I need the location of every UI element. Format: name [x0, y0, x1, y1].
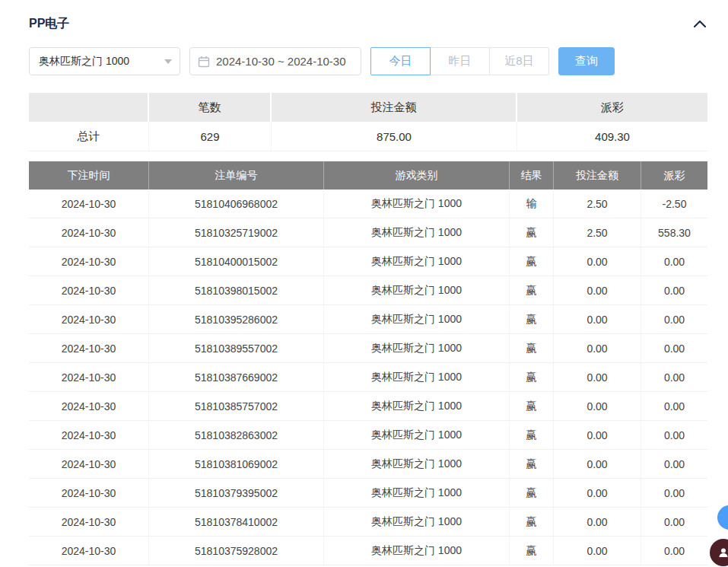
cell-bet-time: 2024-10-30	[29, 247, 149, 276]
summary-table: 笔数 投注金额 派彩 总计 629 875.00 409.30	[29, 93, 707, 151]
calendar-icon	[198, 56, 210, 68]
cell-game-type: 奥林匹斯之门 1000	[324, 392, 510, 420]
cell-bet-amount: 0.00	[554, 450, 641, 478]
cell-bet-amount: 0.00	[554, 537, 641, 565]
cell-bet-time: 2024-10-30	[29, 508, 149, 536]
cell-bet-id: 51810398015002	[149, 276, 324, 304]
cell-result: 赢	[510, 363, 554, 391]
summary-header-blank	[29, 93, 149, 122]
summary-header-count: 笔数	[149, 93, 272, 122]
cell-bet-amount: 0.00	[554, 305, 641, 333]
cell-result: 赢	[510, 305, 554, 333]
detail-table: 下注时间 注单编号 游戏类别 结果 投注金额 派彩 2024-10-30 518…	[29, 161, 707, 565]
header-result: 结果	[510, 161, 554, 190]
cell-result: 赢	[510, 421, 554, 449]
header-game-type: 游戏类别	[324, 161, 510, 190]
cell-payout: 0.00	[641, 537, 707, 565]
game-select[interactable]: 奥林匹斯之门 1000	[29, 47, 180, 75]
customer-service-icon	[717, 546, 728, 559]
table-row: 2024-10-30 51810395286002 奥林匹斯之门 1000 赢 …	[29, 305, 707, 334]
cell-result: 赢	[510, 508, 554, 536]
panel-header: PP电子	[29, 0, 707, 33]
cell-game-type: 奥林匹斯之门 1000	[324, 508, 510, 536]
cell-bet-id: 51810325719002	[149, 218, 324, 247]
cell-bet-id: 51810387669002	[149, 363, 324, 391]
cell-result: 赢	[510, 450, 554, 478]
cell-bet-time: 2024-10-30	[29, 450, 149, 478]
table-row: 2024-10-30 51810406968002 奥林匹斯之门 1000 输 …	[29, 190, 707, 218]
table-row: 2024-10-30 51810375928002 奥林匹斯之门 1000 赢 …	[29, 537, 707, 565]
cell-bet-id: 51810381069002	[149, 450, 324, 478]
page-title: PP电子	[29, 16, 69, 32]
chevron-up-icon[interactable]	[692, 16, 707, 31]
cell-bet-time: 2024-10-30	[29, 537, 149, 565]
cell-bet-id: 51810395286002	[149, 305, 324, 333]
cell-bet-id: 51810375928002	[149, 537, 324, 565]
cell-bet-time: 2024-10-30	[29, 276, 149, 304]
today-button[interactable]: 今日	[370, 47, 431, 75]
cell-bet-id: 51810406968002	[149, 190, 324, 218]
cell-bet-amount: 0.00	[554, 363, 641, 391]
table-row: 2024-10-30 51810389557002 奥林匹斯之门 1000 赢 …	[29, 334, 707, 363]
cell-game-type: 奥林匹斯之门 1000	[324, 363, 510, 391]
floating-chat-button[interactable]	[717, 505, 728, 530]
query-button[interactable]: 查询	[558, 47, 615, 75]
table-row: 2024-10-30 51810385757002 奥林匹斯之门 1000 赢 …	[29, 392, 707, 421]
cell-game-type: 奥林匹斯之门 1000	[324, 247, 510, 276]
chevron-down-icon	[164, 59, 172, 64]
cell-bet-amount: 0.00	[554, 508, 641, 536]
table-row: 2024-10-30 51810325719002 奥林匹斯之门 1000 赢 …	[29, 218, 707, 247]
summary-header-bet-amount: 投注金额	[272, 93, 517, 122]
cell-payout: 0.00	[641, 363, 707, 391]
cell-bet-time: 2024-10-30	[29, 479, 149, 507]
detail-header-row: 下注时间 注单编号 游戏类别 结果 投注金额 派彩	[29, 161, 707, 190]
quick-range-group: 今日 昨日 近8日	[370, 47, 549, 75]
table-row: 2024-10-30 51810378410002 奥林匹斯之门 1000 赢 …	[29, 508, 707, 537]
cell-bet-amount: 0.00	[554, 276, 641, 304]
cell-game-type: 奥林匹斯之门 1000	[324, 421, 510, 449]
summary-total-row: 总计 629 875.00 409.30	[29, 122, 707, 151]
cell-game-type: 奥林匹斯之门 1000	[324, 537, 510, 565]
cell-bet-id: 51810400015002	[149, 247, 324, 276]
cell-bet-time: 2024-10-30	[29, 190, 149, 218]
cell-bet-time: 2024-10-30	[29, 305, 149, 333]
cell-bet-id: 51810382863002	[149, 421, 324, 449]
table-row: 2024-10-30 51810398015002 奥林匹斯之门 1000 赢 …	[29, 276, 707, 305]
yesterday-button[interactable]: 昨日	[430, 47, 490, 75]
cell-payout: 0.00	[641, 450, 707, 478]
cell-result: 赢	[510, 218, 554, 247]
table-row: 2024-10-30 51810379395002 奥林匹斯之门 1000 赢 …	[29, 479, 707, 508]
header-bet-id: 注单编号	[149, 161, 324, 190]
cell-payout: 0.00	[641, 421, 707, 449]
pp-games-panel: PP电子 奥林匹斯之门 1000 2024-10-30 ~ 2024-10-30	[29, 0, 707, 565]
cell-game-type: 奥林匹斯之门 1000	[324, 479, 510, 507]
floating-customer-service-button[interactable]	[710, 539, 728, 566]
cell-payout: 0.00	[641, 508, 707, 536]
summary-header-payout: 派彩	[517, 93, 707, 122]
cell-payout: 0.00	[641, 247, 707, 276]
cell-result: 赢	[510, 276, 554, 304]
header-bet-amount: 投注金额	[554, 161, 641, 190]
cell-bet-amount: 0.00	[554, 247, 641, 276]
cell-bet-time: 2024-10-30	[29, 334, 149, 362]
cell-bet-amount: 0.00	[554, 392, 641, 420]
cell-bet-amount: 0.00	[554, 479, 641, 507]
cell-result: 赢	[510, 334, 554, 362]
cell-payout: 558.30	[641, 218, 707, 247]
header-payout: 派彩	[641, 161, 707, 190]
date-range-picker[interactable]: 2024-10-30 ~ 2024-10-30	[189, 47, 361, 75]
header-bet-time: 下注时间	[29, 161, 149, 190]
cell-bet-id: 51810389557002	[149, 334, 324, 362]
cell-game-type: 奥林匹斯之门 1000	[324, 305, 510, 333]
cell-game-type: 奥林匹斯之门 1000	[324, 218, 510, 247]
cell-bet-amount: 2.50	[554, 190, 641, 218]
cell-bet-id: 51810385757002	[149, 392, 324, 420]
cell-bet-amount: 0.00	[554, 334, 641, 362]
table-row: 2024-10-30 51810387669002 奥林匹斯之门 1000 赢 …	[29, 363, 707, 392]
table-row: 2024-10-30 51810382863002 奥林匹斯之门 1000 赢 …	[29, 421, 707, 450]
detail-table-body: 2024-10-30 51810406968002 奥林匹斯之门 1000 输 …	[29, 190, 707, 565]
last-8-days-button[interactable]: 近8日	[489, 47, 549, 75]
cell-bet-time: 2024-10-30	[29, 363, 149, 391]
cell-bet-time: 2024-10-30	[29, 421, 149, 449]
cell-game-type: 奥林匹斯之门 1000	[324, 450, 510, 478]
